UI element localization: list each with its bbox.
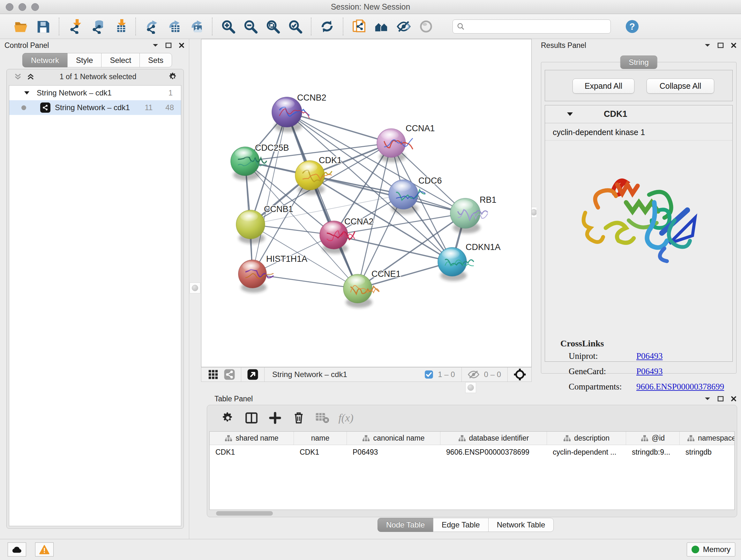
edge-CCNB2-CCNA1[interactable] [287,112,391,143]
cell-description[interactable]: cyclin-dependent ... [547,445,626,459]
tab-string[interactable]: String [620,56,657,69]
column-type-icon [362,435,370,442]
edge-CCNA1-CCNE1[interactable] [358,143,391,289]
network-canvas[interactable]: CCNB2CCNA1CDC25BCDK1CDC6RB1CCNB1CCNA2CDK… [201,39,532,367]
collection-expander-icon[interactable] [24,91,30,95]
tab-select[interactable]: Select [101,53,140,67]
column-header-namespace[interactable]: namespace [680,432,735,445]
cell-@id[interactable]: stringdb:9... [626,445,680,459]
close-panel-icon[interactable] [179,43,185,48]
panel-menu-icon[interactable] [704,44,711,47]
panel-menu-icon[interactable] [152,44,158,47]
column-header-canonical-name[interactable]: canonical name [347,432,441,445]
close-panel-icon[interactable] [731,43,737,48]
protein-results-scroll[interactable]: CDK1 cyclin-dependent kinase 1 CrossLink… [545,105,733,362]
import-network-file-button[interactable] [66,17,84,36]
cloud-button[interactable] [8,543,26,557]
show-glass-style-button[interactable] [417,17,435,36]
table-row[interactable]: CDK1CDK1P064939606.ENSP00000378699cyclin… [210,445,734,459]
crosslink-link[interactable]: P06493 [636,351,663,361]
string-document-button[interactable] [350,17,368,36]
float-panel-icon[interactable] [718,396,724,401]
column-header-database-identifier[interactable]: database identifier [441,432,547,445]
network-label: String Network – cdk1 [55,103,130,112]
network-row[interactable]: String Network – cdk1 11 48 [9,100,181,115]
table-settings-gear-icon[interactable] [219,410,236,426]
birdseye-view-icon[interactable] [247,369,259,380]
expand-all-button[interactable]: Expand All [572,78,634,94]
selected-checkbox-icon[interactable] [424,370,433,379]
zoom-out-button[interactable] [241,17,260,36]
grid-view-icon[interactable] [208,369,219,380]
refresh-layout-button[interactable] [318,17,336,36]
collapse-all-networks-icon[interactable] [14,72,22,81]
tab-node-table[interactable]: Node Table [378,518,433,532]
crosslink-link[interactable]: P06493 [636,367,663,376]
network-collection-row[interactable]: String Network – cdk1 1 [9,85,181,100]
network-options-gear-icon[interactable] [168,72,178,81]
float-panel-icon[interactable] [718,43,724,48]
column-header-shared-name[interactable]: shared name [210,432,294,445]
create-column-plus-icon[interactable] [267,410,283,426]
node-label-CDK1: CDK1 [319,155,342,165]
panel-menu-icon[interactable] [704,397,711,401]
edge-CCNA2-CDKN1A[interactable] [334,235,452,262]
import-table-file-button[interactable] [111,17,129,36]
import-network-database-button[interactable] [88,17,107,36]
svg-text:?: ? [629,21,635,32]
help-button[interactable]: ? [623,17,642,36]
warning-button[interactable] [35,543,54,557]
export-image-button[interactable] [187,17,205,36]
cell-canonical-name[interactable]: P06493 [347,445,441,459]
edge-HIST1H1A-CCNE1[interactable] [253,274,358,289]
float-panel-icon[interactable] [165,43,172,48]
table-horizontal-scrollbar[interactable] [216,511,273,516]
memory-button[interactable]: Memory [687,543,735,557]
network-view-icon[interactable] [224,369,235,380]
search-field[interactable] [453,19,611,34]
edge-CCNB2-HIST1H1A[interactable] [253,112,287,274]
export-network-button[interactable] [142,17,161,36]
tab-network[interactable]: Network [22,53,68,67]
node-CDK1[interactable] [295,161,332,195]
cell-name[interactable]: CDK1 [294,445,347,459]
results-panel-splitter[interactable] [532,39,536,382]
node-CDKN1A[interactable] [438,247,474,281]
edge-CDK1-RB1[interactable] [310,175,465,213]
node-CCNA1[interactable] [377,129,413,162]
node-label-RB1: RB1 [480,195,496,205]
tab-sets[interactable]: Sets [139,53,172,67]
search-input[interactable] [465,20,610,33]
delete-table-icon [314,410,331,426]
crosslink-link[interactable]: 9606.ENSP00000378699 [636,382,724,392]
node-CCNE1[interactable] [343,274,380,308]
string-home-button[interactable] [372,17,391,36]
column-header-description[interactable]: description [547,432,626,445]
save-session-button[interactable] [34,17,52,36]
control-panel-splitter[interactable] [189,39,201,539]
select-columns-icon[interactable] [243,410,260,426]
tab-network-table[interactable]: Network Table [488,518,554,532]
zoom-selected-button[interactable] [286,17,305,36]
close-panel-icon[interactable] [731,396,737,401]
export-table-button[interactable] [165,17,183,36]
zoom-in-button[interactable] [219,17,238,36]
column-header-name[interactable]: name [294,432,347,445]
cell-shared-name[interactable]: CDK1 [210,445,294,459]
protein-section-header[interactable]: CDK1 [545,105,732,123]
open-session-button[interactable] [11,17,30,36]
delete-column-trash-icon[interactable] [290,410,307,426]
zoom-fit-button[interactable] [264,17,282,36]
section-expander-icon[interactable] [567,112,573,117]
expand-all-networks-icon[interactable] [26,72,35,81]
collapse-all-button[interactable]: Collapse All [647,78,714,94]
warning-icon [39,545,50,554]
cell-database-identifier[interactable]: 9606.ENSP00000378699 [441,445,547,459]
column-header-@id[interactable]: @id [626,432,680,445]
fit-selected-crosshair-icon[interactable] [514,368,526,381]
hide-glass-style-button[interactable] [394,17,413,36]
tab-edge-table[interactable]: Edge Table [433,518,488,532]
cell-namespace[interactable]: stringdb [680,445,735,459]
tab-style[interactable]: Style [67,53,102,67]
node-CCNB1[interactable] [236,210,265,244]
